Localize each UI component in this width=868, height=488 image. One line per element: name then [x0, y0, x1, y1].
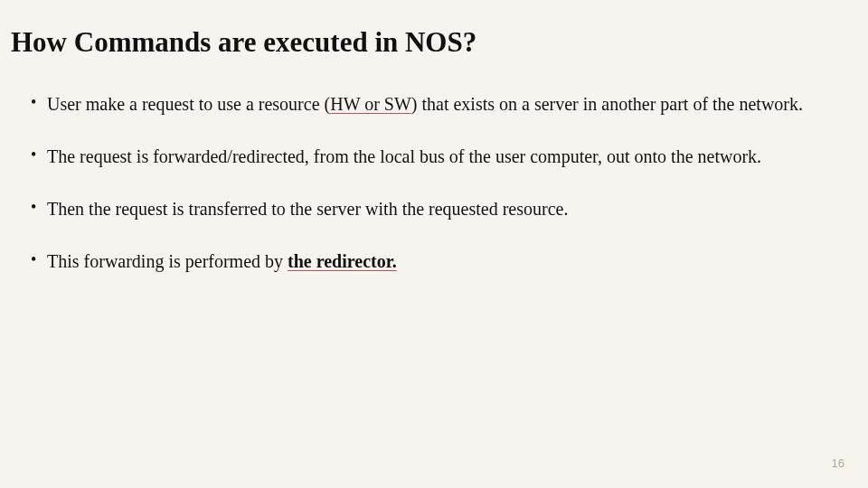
slide-title: How Commands are executed in NOS?	[11, 25, 857, 59]
page-number: 16	[832, 456, 844, 470]
bullet-text: Then the request is transferred to the s…	[47, 199, 568, 219]
bullet-text: The request is forwarded/redirected, fro…	[47, 146, 761, 166]
bullet-text-post: ) that exists on a server in another par…	[411, 94, 803, 114]
bullet-text-emph: the redirector.	[288, 251, 397, 271]
slide: How Commands are executed in NOS? User m…	[0, 0, 868, 488]
bullet-text-mid: HW or SW	[330, 94, 411, 114]
list-item: Then the request is transferred to the s…	[31, 189, 843, 229]
bullet-list: User make a request to use a resource (H…	[11, 84, 857, 281]
bullet-text-pre: This forwarding is performed by	[47, 251, 288, 271]
list-item: The request is forwarded/redirected, fro…	[31, 136, 843, 176]
list-item: This forwarding is performed by the redi…	[31, 241, 843, 281]
list-item: User make a request to use a resource (H…	[31, 84, 843, 124]
bullet-text-pre: User make a request to use a resource (	[47, 94, 330, 114]
